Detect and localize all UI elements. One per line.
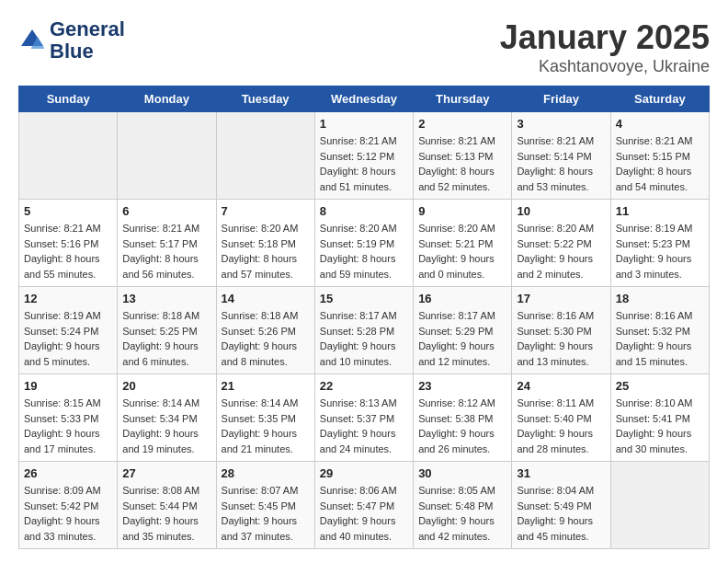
weekday-header-monday: Monday [118,86,216,112]
day-number: 20 [122,379,210,393]
day-info: Sunrise: 8:19 AM Sunset: 5:23 PM Dayligh… [616,221,704,282]
calendar-week-row: 1Sunrise: 8:21 AM Sunset: 5:12 PM Daylig… [19,112,710,200]
calendar-cell [19,112,118,200]
logo-icon [18,27,46,54]
day-number: 25 [616,379,704,393]
calendar-subtitle: Kashtanovoye, Ukraine [500,57,710,76]
day-info: Sunrise: 8:17 AM Sunset: 5:28 PM Dayligh… [320,308,408,369]
calendar-cell: 10Sunrise: 8:20 AM Sunset: 5:22 PM Dayli… [512,200,610,287]
day-number: 17 [517,292,605,305]
page-header: General Blue January 2025 Kashtanovoye, … [18,18,710,76]
day-number: 11 [616,204,704,218]
calendar-cell: 5Sunrise: 8:21 AM Sunset: 5:16 PM Daylig… [19,200,118,287]
calendar-cell: 13Sunrise: 8:18 AM Sunset: 5:25 PM Dayli… [118,287,216,374]
day-number: 30 [418,466,506,480]
calendar-cell: 24Sunrise: 8:11 AM Sunset: 5:40 PM Dayli… [512,374,610,462]
day-number: 1 [320,117,408,131]
logo-text: General Blue [50,18,125,63]
calendar-cell: 8Sunrise: 8:20 AM Sunset: 5:19 PM Daylig… [314,200,413,287]
day-number: 8 [320,204,408,218]
day-number: 16 [418,292,506,305]
calendar-cell: 12Sunrise: 8:19 AM Sunset: 5:24 PM Dayli… [19,287,118,374]
day-info: Sunrise: 8:18 AM Sunset: 5:25 PM Dayligh… [122,308,210,369]
day-number: 24 [517,379,605,393]
day-info: Sunrise: 8:16 AM Sunset: 5:30 PM Dayligh… [517,308,605,369]
day-number: 26 [24,466,112,480]
calendar-cell: 9Sunrise: 8:20 AM Sunset: 5:21 PM Daylig… [414,200,512,287]
day-info: Sunrise: 8:07 AM Sunset: 5:45 PM Dayligh… [222,483,310,544]
title-block: January 2025 Kashtanovoye, Ukraine [500,18,710,76]
calendar-cell [610,462,709,549]
day-info: Sunrise: 8:20 AM Sunset: 5:22 PM Dayligh… [517,221,605,282]
day-number: 6 [122,204,210,218]
day-number: 21 [222,379,310,393]
weekday-header-tuesday: Tuesday [216,86,314,112]
calendar-table: SundayMondayTuesdayWednesdayThursdayFrid… [18,86,710,549]
calendar-cell: 1Sunrise: 8:21 AM Sunset: 5:12 PM Daylig… [314,112,413,200]
day-info: Sunrise: 8:20 AM Sunset: 5:19 PM Dayligh… [320,221,408,282]
day-info: Sunrise: 8:18 AM Sunset: 5:26 PM Dayligh… [222,308,310,369]
day-info: Sunrise: 8:04 AM Sunset: 5:49 PM Dayligh… [517,483,605,544]
calendar-cell: 29Sunrise: 8:06 AM Sunset: 5:47 PM Dayli… [314,462,413,549]
calendar-cell: 7Sunrise: 8:20 AM Sunset: 5:18 PM Daylig… [216,200,314,287]
calendar-cell: 28Sunrise: 8:07 AM Sunset: 5:45 PM Dayli… [216,462,314,549]
day-info: Sunrise: 8:14 AM Sunset: 5:34 PM Dayligh… [122,396,210,456]
day-info: Sunrise: 8:15 AM Sunset: 5:33 PM Dayligh… [24,396,112,456]
day-info: Sunrise: 8:05 AM Sunset: 5:48 PM Dayligh… [418,483,506,544]
day-number: 31 [517,466,605,480]
calendar-cell: 16Sunrise: 8:17 AM Sunset: 5:29 PM Dayli… [414,287,512,374]
calendar-cell: 11Sunrise: 8:19 AM Sunset: 5:23 PM Dayli… [610,200,709,287]
day-info: Sunrise: 8:11 AM Sunset: 5:40 PM Dayligh… [517,396,605,456]
calendar-cell: 17Sunrise: 8:16 AM Sunset: 5:30 PM Dayli… [512,287,610,374]
day-info: Sunrise: 8:17 AM Sunset: 5:29 PM Dayligh… [418,308,506,369]
calendar-cell: 25Sunrise: 8:10 AM Sunset: 5:41 PM Dayli… [610,374,709,462]
day-number: 10 [517,204,605,218]
day-info: Sunrise: 8:16 AM Sunset: 5:32 PM Dayligh… [616,308,704,369]
day-number: 15 [320,292,408,305]
day-number: 28 [222,466,310,480]
day-number: 3 [517,117,605,131]
calendar-week-row: 12Sunrise: 8:19 AM Sunset: 5:24 PM Dayli… [19,287,710,374]
weekday-header-wednesday: Wednesday [314,86,413,112]
calendar-cell: 14Sunrise: 8:18 AM Sunset: 5:26 PM Dayli… [216,287,314,374]
calendar-title: January 2025 [500,18,710,57]
day-info: Sunrise: 8:21 AM Sunset: 5:17 PM Dayligh… [122,221,210,282]
day-number: 29 [320,466,408,480]
day-number: 23 [418,379,506,393]
calendar-cell [216,112,314,200]
calendar-week-row: 5Sunrise: 8:21 AM Sunset: 5:16 PM Daylig… [19,200,710,287]
calendar-cell: 26Sunrise: 8:09 AM Sunset: 5:42 PM Dayli… [19,462,118,549]
day-number: 4 [616,117,704,131]
day-info: Sunrise: 8:13 AM Sunset: 5:37 PM Dayligh… [320,396,408,456]
calendar-cell: 22Sunrise: 8:13 AM Sunset: 5:37 PM Dayli… [314,374,413,462]
calendar-cell: 4Sunrise: 8:21 AM Sunset: 5:15 PM Daylig… [610,112,709,200]
calendar-cell [118,112,216,200]
calendar-cell: 15Sunrise: 8:17 AM Sunset: 5:28 PM Dayli… [314,287,413,374]
calendar-cell: 20Sunrise: 8:14 AM Sunset: 5:34 PM Dayli… [118,374,216,462]
day-number: 18 [616,292,704,305]
calendar-week-row: 26Sunrise: 8:09 AM Sunset: 5:42 PM Dayli… [19,462,710,549]
calendar-cell: 6Sunrise: 8:21 AM Sunset: 5:17 PM Daylig… [118,200,216,287]
day-info: Sunrise: 8:14 AM Sunset: 5:35 PM Dayligh… [222,396,310,456]
day-info: Sunrise: 8:21 AM Sunset: 5:14 PM Dayligh… [517,133,605,194]
calendar-cell: 18Sunrise: 8:16 AM Sunset: 5:32 PM Dayli… [610,287,709,374]
day-info: Sunrise: 8:19 AM Sunset: 5:24 PM Dayligh… [24,308,112,369]
calendar-cell: 19Sunrise: 8:15 AM Sunset: 5:33 PM Dayli… [19,374,118,462]
day-number: 22 [320,379,408,393]
day-info: Sunrise: 8:20 AM Sunset: 5:18 PM Dayligh… [222,221,310,282]
day-number: 27 [122,466,210,480]
day-number: 2 [418,117,506,131]
calendar-cell: 23Sunrise: 8:12 AM Sunset: 5:38 PM Dayli… [414,374,512,462]
calendar-cell: 2Sunrise: 8:21 AM Sunset: 5:13 PM Daylig… [414,112,512,200]
weekday-header-sunday: Sunday [19,86,118,112]
day-number: 9 [418,204,506,218]
day-number: 12 [24,292,112,305]
day-number: 5 [24,204,112,218]
day-info: Sunrise: 8:09 AM Sunset: 5:42 PM Dayligh… [24,483,112,544]
day-info: Sunrise: 8:21 AM Sunset: 5:16 PM Dayligh… [24,221,112,282]
day-info: Sunrise: 8:10 AM Sunset: 5:41 PM Dayligh… [616,396,704,456]
weekday-header-friday: Friday [512,86,610,112]
day-number: 13 [122,292,210,305]
day-info: Sunrise: 8:21 AM Sunset: 5:12 PM Dayligh… [320,133,408,194]
calendar-cell: 31Sunrise: 8:04 AM Sunset: 5:49 PM Dayli… [512,462,610,549]
